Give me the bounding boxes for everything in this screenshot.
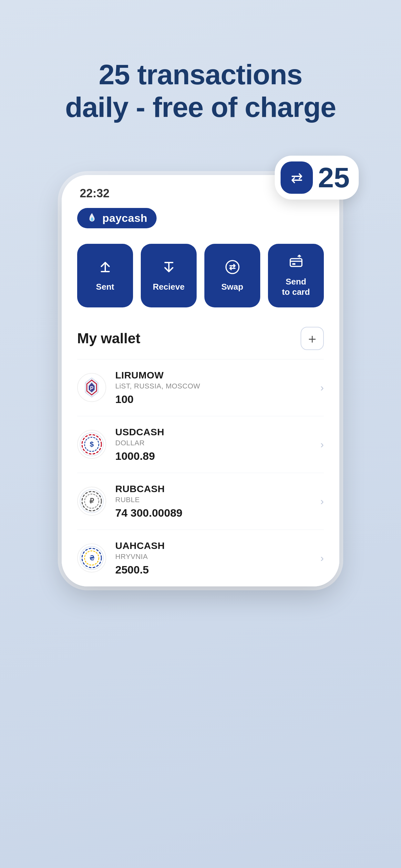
lirumow-info: LIRUMOW LiST, RUSSIA, MOSCOW 100 [115,370,311,406]
phone-container: ⇄ 25 22:32 paycash [62,175,339,586]
hero-line1: 25 transactions [99,58,303,90]
app-name: paycash [102,212,148,224]
receive-label: Recieve [153,282,184,292]
status-time: 22:32 [80,187,110,200]
swap-icon [225,259,240,277]
rubcash-sub: RUBLE [115,496,311,504]
svg-rect-7 [292,263,296,265]
sent-label: Sent [96,282,114,292]
phone-frame: 22:32 paycash [62,175,339,586]
svg-text:₽: ₽ [89,497,94,505]
add-wallet-button[interactable]: ＋ [301,327,324,350]
usdcash-value: 1000.89 [115,450,311,462]
hero-text: 25 transactions daily - free of charge [39,58,362,123]
lirumow-value: 100 [115,393,311,406]
uahcash-info: UAHCASH HRYVNIA 2500.5 [115,540,311,576]
receive-icon [161,259,177,277]
uahcash-chevron: › [320,552,324,564]
wallet-section: My wallet ＋ P LIRUMOW LiST, RU [62,319,339,586]
svg-text:P: P [90,385,94,391]
badge-number: 25 [318,163,350,192]
lirumow-name: LIRUMOW [115,370,311,381]
wallet-title: My wallet [77,330,141,346]
action-buttons-row: Sent Recieve [62,236,339,319]
sent-icon [97,259,113,277]
svg-point-4 [226,260,239,274]
badge-icon-bg: ⇄ [281,161,313,194]
lirumow-sub: LiST, RUSSIA, MOSCOW [115,382,311,391]
arrows-icon: ⇄ [291,169,303,186]
rubcash-info: RUBCASH RUBLE 74 300.00089 [115,484,311,519]
plus-icon: ＋ [306,332,319,345]
uahcash-logo: ₴ [77,544,106,572]
swap-label: Swap [221,282,243,292]
usdcash-name: USDCASH [115,427,311,438]
uahcash-value: 2500.5 [115,563,311,576]
rubcash-value: 74 300.00089 [115,507,311,519]
usdcash-logo: $ [77,430,106,459]
app-logo: paycash [77,208,157,228]
wallet-item-rubcash[interactable]: ₽ RUBCASH RUBLE 74 300.00089 › [77,473,324,530]
svg-rect-5 [290,259,302,267]
hero-line2: daily - free of charge [65,91,336,123]
wallet-item-lirumow[interactable]: P LIRUMOW LiST, RUSSIA, MOSCOW 100 › [77,359,324,416]
receive-button[interactable]: Recieve [141,244,197,307]
lirumow-chevron: › [320,382,324,394]
swap-button[interactable]: Swap [204,244,260,307]
wallet-item-uahcash[interactable]: ₴ UAHCASH HRYVNIA 2500.5 › [77,530,324,586]
wallet-item-usdcash[interactable]: $ USDCASH DOLLAR 1000.89 › [77,416,324,473]
send-to-card-icon [288,254,304,272]
sent-button[interactable]: Sent [77,244,133,307]
transactions-badge: ⇄ 25 [275,156,359,199]
usdcash-chevron: › [320,438,324,451]
uahcash-sub: HRYVNIA [115,553,311,561]
lirumow-logo: P [77,373,106,402]
uahcash-name: UAHCASH [115,540,311,551]
usdcash-sub: DOLLAR [115,439,311,447]
svg-text:$: $ [90,440,94,448]
send-to-card-button[interactable]: Send to card [268,244,324,307]
wallet-header: My wallet ＋ [77,319,324,359]
rubcash-name: RUBCASH [115,484,311,494]
rubcash-logo: ₽ [77,487,106,516]
rubcash-chevron: › [320,495,324,507]
send-to-card-label: Send to card [282,277,310,297]
app-header: paycash [62,200,339,236]
svg-text:₴: ₴ [89,554,95,562]
usdcash-info: USDCASH DOLLAR 1000.89 [115,427,311,462]
flame-icon [86,213,98,224]
